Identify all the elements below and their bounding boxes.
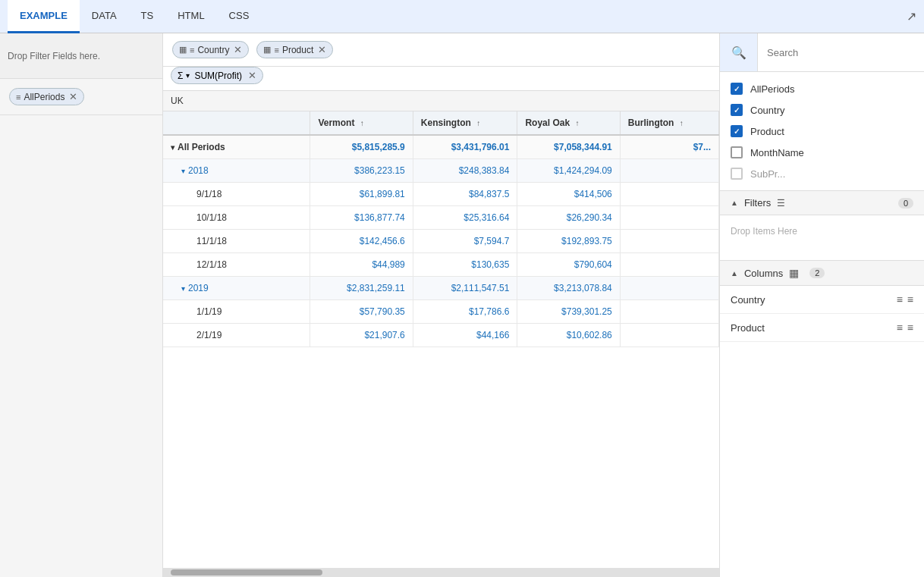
allperiods-pill[interactable]: ≡ AllPeriods ✕ bbox=[9, 88, 84, 105]
table-cell: $44,166 bbox=[413, 324, 517, 347]
th-kensington[interactable]: Kensington ↑ bbox=[413, 111, 517, 135]
horizontal-scrollbar[interactable] bbox=[163, 568, 719, 577]
product-chip-sort-icon: ≡ bbox=[274, 45, 278, 55]
burlington-sort-icon: ↑ bbox=[680, 119, 684, 127]
table-cell: $3,213,078.84 bbox=[517, 277, 620, 300]
country-chip-sort-icon: ≡ bbox=[190, 45, 194, 55]
sum-profit-chip[interactable]: Σ ▾ SUM(Profit) ✕ bbox=[171, 67, 263, 84]
table-cell bbox=[620, 277, 718, 300]
search-icon-box[interactable]: 🔍 bbox=[720, 33, 758, 71]
table-cell: $142,456.6 bbox=[310, 230, 413, 253]
expand-icon[interactable]: ↗ bbox=[907, 9, 916, 24]
th-burlington[interactable]: Burlington ↑ bbox=[620, 111, 718, 135]
columns-chevron-icon: ▲ bbox=[731, 269, 738, 278]
kensington-sort-icon: ↑ bbox=[476, 119, 480, 127]
country-chip-close[interactable]: ✕ bbox=[234, 44, 242, 55]
allperiods-pill-close[interactable]: ✕ bbox=[69, 91, 77, 102]
th-vermont[interactable]: Vermont ↑ bbox=[310, 111, 413, 135]
table-cell: $192,893.75 bbox=[517, 230, 620, 253]
checkbox-item[interactable]: MonthName bbox=[720, 142, 924, 163]
checkbox-box[interactable]: ✓ bbox=[731, 125, 743, 137]
table-cell: $21,907.6 bbox=[310, 324, 413, 347]
table-cell bbox=[620, 300, 718, 324]
table-row: ▾2019$2,831,259.11$2,111,547.51$3,213,07… bbox=[163, 277, 719, 300]
country-chip[interactable]: ▦ ≡ Country ✕ bbox=[172, 41, 249, 58]
table-cell: $7,594.7 bbox=[413, 230, 517, 253]
th-royaloak[interactable]: Royal Oak ↑ bbox=[517, 111, 620, 135]
product-chip-grid-icon: ▦ bbox=[263, 45, 271, 55]
checkbox-item[interactable]: SubPr... bbox=[720, 163, 924, 184]
scrollbar-thumb[interactable] bbox=[171, 569, 322, 575]
product-chip-label: Product bbox=[282, 45, 313, 55]
column-filter-icon[interactable]: ≡ bbox=[897, 293, 903, 306]
country-chip-grid-icon: ▦ bbox=[179, 45, 187, 55]
column-drag-icon[interactable]: ≡ bbox=[907, 321, 913, 334]
checkbox-box[interactable] bbox=[731, 168, 743, 180]
checkbox-item[interactable]: ✓Country bbox=[720, 99, 924, 121]
tab-example[interactable]: EXAMPLE bbox=[8, 0, 80, 33]
columns-list: Country≡≡Product≡≡ bbox=[720, 286, 924, 342]
table-cell: $7,058,344.91 bbox=[517, 135, 620, 159]
table-cell bbox=[620, 230, 718, 253]
columns-section-header[interactable]: ▲ Columns ▦ 2 bbox=[720, 261, 924, 286]
checkbox-box[interactable] bbox=[731, 146, 743, 158]
table-cell: $2,111,547.51 bbox=[413, 277, 517, 300]
pill-lines-icon: ≡ bbox=[16, 93, 20, 102]
data-table: Vermont ↑ Kensington ↑ Royal Oak ↑ Bur bbox=[163, 111, 719, 347]
check-icon: ✓ bbox=[734, 127, 740, 136]
table-cell bbox=[620, 253, 718, 277]
drop-items-label: Drop Items Here bbox=[731, 226, 797, 237]
checkbox-item[interactable]: ✓Product bbox=[720, 121, 924, 142]
columns-grid-icon: ▦ bbox=[789, 267, 799, 279]
column-item-label: Country bbox=[731, 294, 889, 306]
search-icon: 🔍 bbox=[731, 45, 746, 60]
table-row: ▾2018$386,223.15$248,383.84$1,424,294.09 bbox=[163, 159, 719, 183]
tab-ts[interactable]: TS bbox=[129, 0, 166, 33]
sum-chevron-icon: ▾ bbox=[186, 71, 190, 80]
table-row: 2/1/19$21,907.6$44,166$10,602.86 bbox=[163, 324, 719, 347]
checkbox-item[interactable]: ✓AllPeriods bbox=[720, 78, 924, 99]
table-cell bbox=[620, 206, 718, 230]
sum-profit-close[interactable]: ✕ bbox=[248, 70, 256, 81]
table-cell: $5,815,285.9 bbox=[310, 135, 413, 159]
table-cell: $136,877.74 bbox=[310, 206, 413, 230]
table-cell: $130,635 bbox=[413, 253, 517, 277]
table-row: 11/1/18$142,456.6$7,594.7$192,893.75 bbox=[163, 230, 719, 253]
checkbox-box[interactable]: ✓ bbox=[731, 104, 743, 116]
left-panel: Drop Filter Fields here. ≡ AllPeriods ✕ bbox=[0, 33, 163, 577]
check-icon: ✓ bbox=[734, 106, 740, 114]
checkbox-box[interactable]: ✓ bbox=[731, 83, 743, 95]
product-chip[interactable]: ▦ ≡ Product ✕ bbox=[256, 41, 333, 58]
tree-section bbox=[0, 115, 162, 577]
checkbox-label: Country bbox=[750, 105, 785, 116]
search-input[interactable] bbox=[758, 39, 924, 66]
filters-section-header[interactable]: ▲ Filters ☰ 0 bbox=[720, 191, 924, 215]
sum-bar: Σ ▾ SUM(Profit) ✕ bbox=[163, 67, 719, 91]
country-chip-label: Country bbox=[197, 45, 229, 55]
checkbox-list: ✓AllPeriods✓Country✓ProductMonthNameSubP… bbox=[720, 72, 924, 191]
table-cell bbox=[620, 159, 718, 183]
table-cell: $25,316.64 bbox=[413, 206, 517, 230]
table-container[interactable]: UK Vermont ↑ Kensington ↑ bbox=[163, 91, 719, 568]
tab-css[interactable]: CSS bbox=[217, 0, 262, 33]
table-cell: $790,604 bbox=[517, 253, 620, 277]
table-cell: $26,290.34 bbox=[517, 206, 620, 230]
drop-items-area: Drop Items Here bbox=[720, 215, 924, 261]
table-cell: $2,831,259.11 bbox=[310, 277, 413, 300]
royaloak-sort-icon: ↑ bbox=[575, 119, 579, 127]
column-filter-icon[interactable]: ≡ bbox=[897, 321, 903, 334]
tab-html[interactable]: HTML bbox=[165, 0, 216, 33]
sigma-icon: Σ bbox=[178, 71, 183, 81]
checkbox-label: MonthName bbox=[750, 147, 804, 158]
column-drag-icon[interactable]: ≡ bbox=[907, 293, 913, 306]
table-header-row: Vermont ↑ Kensington ↑ Royal Oak ↑ Bur bbox=[163, 111, 719, 135]
table-cell: $3,431,796.01 bbox=[413, 135, 517, 159]
product-chip-close[interactable]: ✕ bbox=[318, 44, 326, 55]
table-cell: $61,899.81 bbox=[310, 183, 413, 206]
filters-filter-icon: ☰ bbox=[777, 198, 785, 209]
table-cell bbox=[620, 183, 718, 206]
vermont-sort-icon: ↑ bbox=[360, 119, 364, 127]
table-cell: $57,790.35 bbox=[310, 300, 413, 324]
tab-data[interactable]: DATA bbox=[80, 0, 129, 33]
table-row: 1/1/19$57,790.35$17,786.6$739,301.25 bbox=[163, 300, 719, 324]
